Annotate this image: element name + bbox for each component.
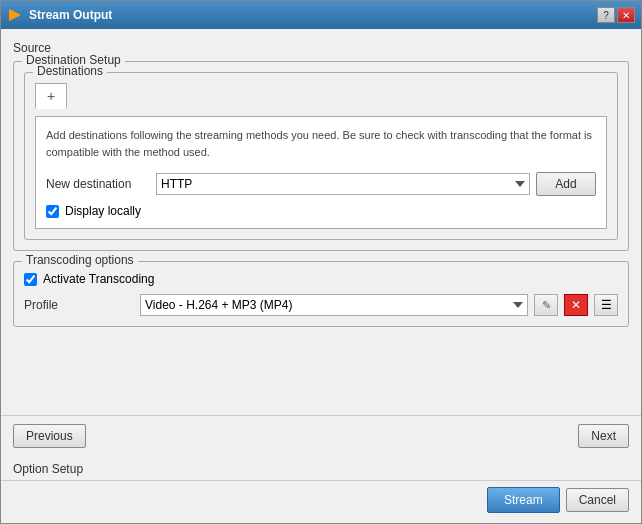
transcoding-options-title: Transcoding options (22, 253, 138, 267)
close-button[interactable]: ✕ (617, 7, 635, 23)
activate-transcoding-label: Activate Transcoding (43, 272, 154, 286)
destinations-title: Destinations (33, 64, 107, 78)
help-button[interactable]: ? (597, 7, 615, 23)
plus-icon: + (47, 88, 55, 104)
display-locally-row: Display locally (46, 204, 596, 218)
window-title: Stream Output (29, 8, 597, 22)
activate-transcoding-checkbox[interactable] (24, 273, 37, 286)
display-locally-label: Display locally (65, 204, 141, 218)
description-text: Add destinations following the streaming… (46, 127, 596, 160)
new-destination-label: New destination (46, 177, 156, 191)
title-bar: Stream Output ? ✕ (1, 1, 641, 29)
new-destination-select[interactable]: HTTP RTSP RTMP UDP File MMS (156, 173, 530, 195)
profile-edit-icon-btn[interactable]: ✎ (534, 294, 558, 316)
previous-button[interactable]: Previous (13, 424, 86, 448)
new-destination-row: New destination HTTP RTSP RTMP UDP File … (46, 172, 596, 196)
profile-delete-icon-btn[interactable]: ✕ (564, 294, 588, 316)
option-setup-label: Option Setup (13, 458, 629, 480)
destination-setup-group: Destination Setup Destinations + Add des… (13, 61, 629, 251)
option-setup-area: Option Setup (1, 456, 641, 480)
tab-bar: + (35, 83, 607, 108)
window-controls: ? ✕ (597, 7, 635, 23)
tab-content: Add destinations following the streaming… (35, 116, 607, 229)
add-button[interactable]: Add (536, 172, 596, 196)
window: Stream Output ? ✕ Source Destination Set… (0, 0, 642, 524)
app-icon (7, 7, 23, 23)
bottom-actions: Stream Cancel (1, 480, 641, 523)
transcoding-options-group: Transcoding options Activate Transcoding… (13, 261, 629, 327)
cancel-button[interactable]: Cancel (566, 488, 629, 512)
profile-row: Profile Video - H.264 + MP3 (MP4) Video … (24, 294, 618, 316)
destinations-group: Destinations + Add destinations followin… (24, 72, 618, 240)
next-button[interactable]: Next (578, 424, 629, 448)
bottom-nav: Previous Next (1, 415, 641, 456)
svg-marker-0 (9, 9, 21, 21)
stream-button[interactable]: Stream (487, 487, 560, 513)
profile-select[interactable]: Video - H.264 + MP3 (MP4) Video - H.265 … (140, 294, 528, 316)
profile-list-icon-btn[interactable]: ☰ (594, 294, 618, 316)
profile-label: Profile (24, 298, 134, 312)
display-locally-checkbox[interactable] (46, 205, 59, 218)
tab-plus[interactable]: + (35, 83, 67, 109)
main-content: Source Destination Setup Destinations + … (1, 29, 641, 415)
activate-transcoding-row: Activate Transcoding (24, 272, 618, 286)
